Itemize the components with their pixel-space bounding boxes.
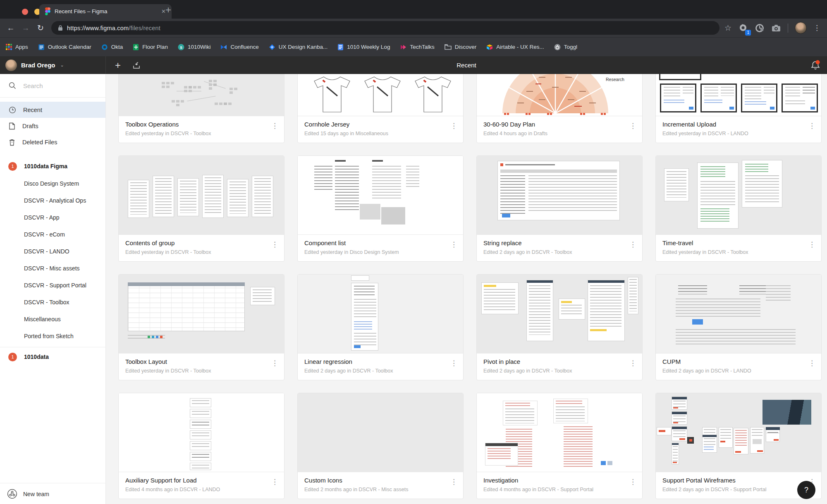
sidebar-project-dscvr-misc-assets[interactable]: DSCVR - Misc assets — [0, 260, 105, 277]
file-menu-button[interactable]: ⋮ — [808, 122, 815, 129]
sidebar-project-dscvr-ecom[interactable]: DSCVR - eCom — [0, 226, 105, 243]
file-card[interactable]: Linear regression Edited 2 days ago in D… — [297, 274, 464, 380]
file-thumbnail[interactable] — [298, 393, 463, 472]
file-card[interactable]: Cornhole Jersey Edited 15 days ago in Mi… — [297, 74, 464, 143]
file-thumbnail[interactable] — [298, 156, 463, 235]
sidebar-project-dscvr-support-portal[interactable]: DSCVR - Support Portal — [0, 277, 105, 294]
sidebar-project-dscvr-toolbox[interactable]: DSCVR - Toolbox — [0, 294, 105, 311]
bookmark-confluence[interactable]: Confluence — [220, 44, 258, 50]
file-menu-button[interactable]: ⋮ — [629, 478, 636, 485]
svg-text:s: s — [180, 45, 182, 49]
bookmark-1010-weekly-log[interactable]: 1010 Weekly Log — [337, 44, 390, 50]
address-bar[interactable]: https://www.figma.com/files/recent — [51, 21, 719, 35]
file-menu-button[interactable]: ⋮ — [629, 122, 636, 129]
back-icon[interactable]: ← — [3, 24, 18, 33]
bookmark-1010wiki[interactable]: s 1010Wiki — [178, 44, 211, 50]
file-card[interactable]: Toolbox Operations Edited yesterday in D… — [118, 74, 284, 143]
browser-profile-avatar[interactable] — [795, 22, 807, 34]
sidebar-project-dscvr-lando[interactable]: DSCVR - LANDO — [0, 243, 105, 260]
bookmark-toggl[interactable]: Toggl — [554, 44, 577, 50]
file-menu-button[interactable]: ⋮ — [808, 360, 815, 367]
file-meta: Edited 2 days ago in DSCVR - Toolbox — [483, 368, 636, 374]
file-thumbnail[interactable] — [119, 156, 284, 235]
file-thumbnail[interactable]: Research — [477, 74, 642, 116]
file-card[interactable]: Auxiliary Support for Load Edited 4 mont… — [118, 393, 284, 499]
chrome-menu-icon[interactable]: ⋮ — [813, 24, 820, 32]
file-card[interactable]: CUPM Edited 2 days ago in DSCVR - LANDO … — [655, 274, 822, 380]
file-card[interactable]: Incremental Upload Edited yesterday in D… — [655, 74, 822, 143]
new-tab-button[interactable]: + — [165, 5, 171, 15]
jersey-drawing — [298, 74, 463, 116]
sidebar-project-dscvr-analytical-ops[interactable]: DSCVR - Analytical Ops — [0, 192, 105, 209]
file-thumbnail[interactable] — [298, 74, 463, 116]
reload-icon[interactable]: ↻ — [33, 23, 48, 33]
file-title: Custom Icons — [304, 477, 457, 484]
import-icon[interactable] — [132, 61, 141, 69]
file-thumbnail[interactable] — [656, 275, 821, 354]
file-thumbnail[interactable] — [656, 156, 821, 235]
file-menu-button[interactable]: ⋮ — [271, 478, 278, 485]
file-card[interactable]: Investigation Edited 4 months ago in DSC… — [476, 393, 643, 499]
file-card[interactable]: Time-travel Edited yesterday in DSCVR - … — [655, 155, 822, 262]
divider — [0, 347, 105, 347]
new-team-button[interactable]: New team — [0, 483, 105, 504]
file-thumbnail[interactable] — [119, 393, 284, 472]
sidebar-project-dscvr-app[interactable]: DSCVR - App — [0, 209, 105, 226]
file-card[interactable]: Contents of group Edited yesterday in DS… — [118, 155, 284, 262]
sidebar-item-drafts[interactable]: Drafts — [0, 118, 105, 134]
notifications-button[interactable] — [810, 60, 820, 72]
bookmark-ux-design-kanban[interactable]: UX Design Kanba... — [269, 44, 328, 50]
file-menu-button[interactable]: ⋮ — [271, 360, 278, 367]
file-menu-button[interactable]: ⋮ — [629, 360, 636, 367]
file-card[interactable]: Research 30-60-90 Day Plan Edited 4 hour… — [476, 74, 643, 143]
file-menu-button[interactable]: ⋮ — [450, 478, 457, 485]
account-switcher[interactable]: Brad Orego ⌄ — [0, 56, 106, 74]
file-card[interactable]: Custom Icons Edited 2 months ago in DSCV… — [297, 393, 464, 499]
search-input[interactable]: Search — [0, 74, 105, 97]
sidebar-team-1010data[interactable]: 1 1010data — [0, 348, 105, 365]
forward-icon[interactable]: → — [18, 24, 33, 33]
bookmark-discover[interactable]: Discover — [445, 44, 477, 50]
file-menu-button[interactable]: ⋮ — [271, 122, 278, 129]
file-card[interactable]: Pivot in place Edited 2 days ago in DSCV… — [476, 274, 643, 380]
file-menu-button[interactable]: ⋮ — [629, 241, 636, 248]
file-thumbnail[interactable] — [477, 393, 642, 472]
file-menu-button[interactable]: ⋮ — [450, 122, 457, 129]
file-menu-button[interactable]: ⋮ — [450, 360, 457, 367]
bookmark-okta[interactable]: Okta — [101, 44, 123, 50]
sidebar-team-1010data-figma[interactable]: 1 1010data Figma — [0, 158, 105, 175]
file-thumbnail[interactable] — [656, 74, 821, 116]
file-thumbnail[interactable] — [477, 275, 642, 354]
new-file-button[interactable]: + — [115, 61, 121, 69]
sidebar-project-miscellaneous[interactable]: Miscellaneous — [0, 311, 105, 327]
file-card[interactable]: Toolbox Layout Edited yesterday in DSCVR… — [118, 274, 284, 380]
file-thumbnail[interactable] — [119, 74, 284, 116]
sidebar-project-disco-design-system[interactable]: Disco Design System — [0, 175, 105, 192]
file-thumbnail[interactable] — [298, 275, 463, 354]
file-menu-button[interactable]: ⋮ — [450, 241, 457, 248]
file-card[interactable]: String replace Edited 2 days ago in DSCV… — [476, 155, 643, 262]
bookmark-star-icon[interactable]: ☆ — [724, 23, 731, 33]
help-button[interactable]: ? — [797, 481, 815, 499]
sidebar-project-ported-from-sketch[interactable]: Ported from Sketch — [0, 327, 105, 344]
sidebar-item-deleted-files[interactable]: Deleted Files — [0, 134, 105, 150]
file-menu-button[interactable]: ⋮ — [271, 241, 278, 248]
extension-loom-icon[interactable]: 1 — [738, 23, 748, 33]
file-thumbnail[interactable] — [119, 275, 284, 354]
browser-tab[interactable]: Recent Files – Figma ✕ — [39, 4, 172, 19]
bookmark-techtalks[interactable]: TechTalks — [400, 44, 434, 50]
file-thumbnail[interactable] — [477, 156, 642, 235]
window-close-button[interactable] — [22, 9, 28, 15]
bookmark-apps[interactable]: Apps — [6, 44, 28, 50]
bookmark-outlook-calendar[interactable]: Outlook Calendar — [38, 44, 91, 50]
file-card[interactable]: Support Portal Wireframes Edited 2 days … — [655, 393, 822, 499]
file-thumbnail[interactable] — [656, 393, 821, 472]
bookmark-label: Apps — [15, 44, 28, 50]
extension-clock-icon[interactable] — [755, 23, 765, 33]
bookmark-floor-plan[interactable]: Floor Plan — [133, 44, 168, 50]
file-card[interactable]: Component list Edited yesterday in Disco… — [297, 155, 464, 262]
camera-extension-icon[interactable] — [771, 23, 781, 33]
bookmark-airtable[interactable]: Airtable - UX Res... — [486, 44, 544, 50]
sidebar-item-recent[interactable]: Recent — [0, 102, 105, 118]
file-menu-button[interactable]: ⋮ — [808, 241, 815, 248]
